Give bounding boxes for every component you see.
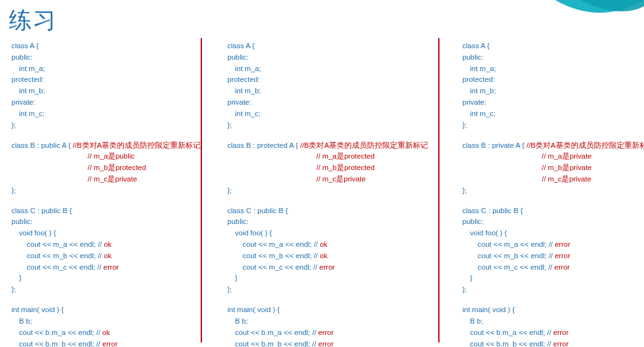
code-line: }: [462, 273, 636, 284]
comment: // m_b是protected: [316, 164, 375, 171]
comment: // m_c是private: [542, 175, 591, 183]
comment-line: // m_b是protected: [11, 162, 189, 174]
comment-line: // m_c是private: [11, 174, 189, 185]
code-line: int main( void ) {: [227, 304, 424, 316]
comment: // m_c是private: [88, 175, 137, 183]
code-line: };: [11, 284, 189, 296]
comment: // m_a是private: [542, 152, 591, 160]
code-text: cout << m_c << endl; //: [243, 263, 319, 271]
code-line: public:: [11, 216, 189, 228]
inherit-kw: protected: [257, 141, 288, 149]
code-line: int m_c;: [11, 108, 189, 120]
result: ok: [102, 329, 110, 336]
code-line: }: [11, 273, 189, 284]
comment-line: // m_c是private: [462, 174, 636, 185]
comment-line: // m_a是private: [462, 151, 636, 162]
code-line: cout << m_b << endl; // error: [462, 251, 636, 262]
code-line: cout << b.m_a << endl; // error: [462, 327, 636, 339]
code-line: B b;: [462, 316, 636, 327]
result: error: [553, 340, 568, 348]
code-line: class C : public B {: [11, 206, 189, 217]
code-line: cout << m_b << endl; // ok: [11, 251, 189, 262]
corner-decor: [555, 0, 644, 25]
result: ok: [104, 240, 111, 248]
code-text: cout << b.m_b << endl; //: [235, 340, 318, 348]
code-line: class C : public B {: [462, 206, 636, 217]
code-line: };: [227, 185, 424, 197]
code-line: int m_b;: [11, 86, 189, 97]
code-line: int m_c;: [227, 108, 424, 120]
inherit-kw: private: [492, 141, 514, 149]
result: ok: [319, 240, 327, 248]
code-line: };: [11, 120, 189, 131]
result: error: [318, 329, 333, 336]
column-public: class A { public: int m_a; protected: in…: [0, 38, 197, 347]
code-line: protected:: [462, 74, 636, 86]
code-text: cout << b.m_a << endl; //: [235, 329, 318, 336]
result: ok: [104, 252, 111, 259]
code-line: void foo( ) {: [11, 228, 189, 239]
inherit-kw: public: [41, 141, 60, 149]
code-line: };: [227, 120, 424, 131]
code-line: void foo( ) {: [227, 228, 424, 239]
code-line: class A {: [11, 41, 189, 52]
result: error: [102, 340, 117, 348]
code-text: class B :: [227, 141, 257, 149]
code-text: cout << b.m_a << endl; //: [19, 329, 102, 336]
code-line: cout << b.m_b << endl; // error: [462, 339, 636, 348]
code-line: int m_a;: [462, 63, 636, 75]
code-text: cout << b.m_a << endl; //: [470, 329, 553, 336]
comment-line: // m_a是protected: [227, 151, 424, 162]
code-line: cout << b.m_a << endl; // error: [227, 327, 424, 339]
code-line: cout << m_b << endl; // ok: [227, 251, 424, 262]
code-text: cout << b.m_b << endl; //: [470, 340, 553, 348]
code-line: public:: [462, 52, 636, 63]
column-private: class A { public: int m_a; protected: in…: [451, 38, 644, 347]
code-text: cout << m_c << endl; //: [27, 263, 104, 271]
result: error: [104, 263, 119, 271]
code-text: A {: [288, 141, 300, 149]
comment: // m_b是protected: [88, 164, 146, 171]
comment: // m_b是private: [542, 164, 591, 171]
code-text: cout << m_a << endl; //: [478, 240, 554, 248]
code-line: int main( void ) {: [462, 304, 636, 316]
comment-line: // m_b是private: [462, 162, 636, 174]
code-line: class A {: [227, 41, 424, 52]
page-title: 练习: [9, 5, 57, 36]
code-line: };: [227, 284, 424, 296]
code-line: protected:: [227, 74, 424, 86]
code-line: cout << m_c << endl; // error: [11, 262, 189, 273]
code-text: A {: [514, 141, 527, 149]
code-line: cout << m_c << endl; // error: [462, 262, 636, 273]
comment-line: // m_c是private: [227, 174, 424, 185]
code-line: cout << m_a << endl; // ok: [227, 239, 424, 251]
code-line: B b;: [227, 316, 424, 327]
code-text: cout << b.m_b << endl; //: [19, 340, 102, 348]
code-line: int m_c;: [462, 108, 636, 120]
code-line: class A {: [462, 41, 636, 52]
code-line: int m_a;: [11, 63, 189, 75]
result: error: [554, 240, 570, 248]
code-line: cout << m_c << endl; // error: [227, 262, 424, 273]
code-line: private:: [11, 97, 189, 108]
code-line: cout << b.m_b << endl; // error: [227, 339, 424, 348]
code-line: public:: [227, 52, 424, 63]
code-line: };: [11, 185, 189, 197]
code-line: int m_a;: [227, 63, 424, 75]
comment-line: // m_b是protected: [227, 162, 424, 174]
comment-line: // m_a是public: [11, 151, 189, 162]
class-b-header: class B : protected A { //B类对A基类的成员防控限定重…: [227, 140, 424, 152]
code-line: cout << b.m_b << endl; // error: [11, 339, 189, 348]
code-columns: class A { public: int m_a; protected: in…: [0, 38, 644, 347]
code-line: }: [227, 273, 424, 284]
result: error: [553, 329, 568, 336]
code-line: cout << b.m_a << endl; // ok: [11, 327, 189, 339]
code-line: };: [462, 185, 636, 197]
class-b-header: class B : private A { //B类对A基类的成员防控限定重新标…: [462, 140, 636, 152]
code-line: cout << m_a << endl; // error: [462, 239, 636, 251]
code-line: protected:: [11, 74, 189, 86]
comment: //B类对A基类的成员防控限定重新标记: [527, 141, 644, 149]
comment: //B类对A基类的成员防控限定重新标记: [300, 141, 428, 149]
result: error: [554, 252, 570, 259]
code-text: cout << m_b << endl; //: [243, 252, 319, 259]
